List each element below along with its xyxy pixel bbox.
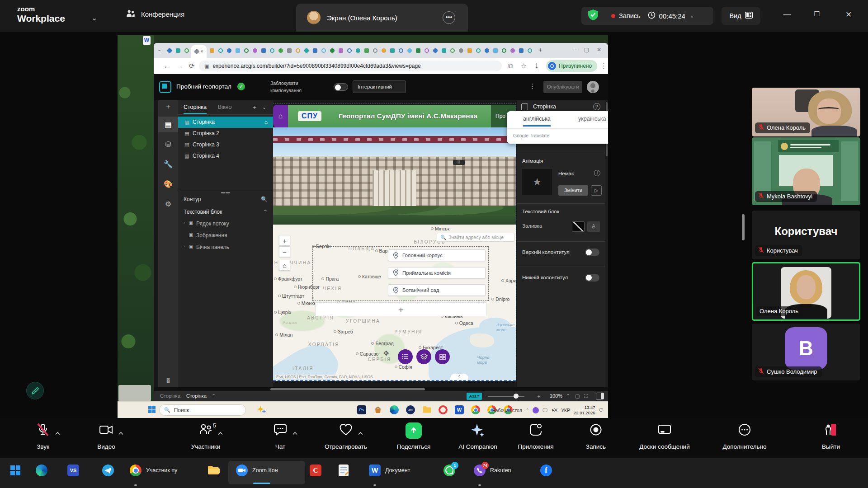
browser-tab[interactable] (388, 46, 396, 55)
taskbar-app-edge[interactable] (36, 465, 47, 476)
browser-tab[interactable] (337, 46, 345, 55)
location-card[interactable]: Ботанічний сад (388, 284, 486, 296)
tools-panel-icon[interactable]: 🔧 (158, 160, 178, 169)
browser-tab[interactable] (414, 46, 422, 55)
browser-tab[interactable] (354, 46, 362, 55)
expand-panel-tab[interactable]: ⌃ (450, 374, 468, 381)
browser-tab[interactable] (234, 46, 242, 55)
browser-tab[interactable] (242, 46, 250, 55)
add-page-icon[interactable]: ＋ (251, 103, 258, 112)
sidebar-scrollbar[interactable] (742, 214, 745, 240)
taskbar-app-notes[interactable] (339, 465, 349, 476)
browser-tab[interactable] (251, 46, 259, 55)
chevron-up-icon[interactable] (118, 429, 124, 437)
toolbar-leave-button[interactable]: Выйти (802, 421, 860, 457)
page-tree-item[interactable]: ▤Сторінка 4 (178, 150, 273, 162)
zoom-out-icon[interactable]: − (485, 393, 487, 399)
info-icon[interactable]: i (594, 170, 600, 176)
forward-icon[interactable]: → (176, 62, 183, 70)
browser-tab[interactable] (466, 46, 474, 55)
home-button[interactable]: ⌂ (273, 105, 288, 127)
browser-tab-active[interactable]: ✕ (191, 45, 207, 58)
new-tab-icon[interactable]: ＋ (537, 46, 543, 54)
toolbar-heart-button[interactable]: Отреагировать (316, 421, 375, 457)
location-card[interactable]: Приймальна комісія (388, 267, 486, 279)
panel-splitter[interactable]: ▬▬ (178, 190, 273, 194)
page-tree-item[interactable]: ▤Сторінка 3 (178, 139, 273, 150)
shared-taskbar-app-ps[interactable]: Ps (357, 405, 366, 414)
browser-tab[interactable] (457, 46, 465, 55)
back-icon[interactable]: ← (164, 62, 170, 70)
browser-tab[interactable] (517, 46, 525, 55)
layers-button[interactable] (416, 349, 431, 364)
toggle-panel-icon[interactable] (596, 393, 604, 399)
help-icon[interactable]: ? (593, 103, 600, 110)
canvas-horizontal-scrollbar[interactable] (154, 387, 608, 391)
browser-tab[interactable] (406, 46, 414, 55)
browser-tab[interactable] (371, 46, 379, 55)
browser-tab[interactable] (440, 46, 448, 55)
lock-layout-toggle[interactable] (334, 83, 348, 91)
toolbar-video-button[interactable]: Видео (77, 421, 136, 457)
zoom-out-button[interactable]: − (279, 246, 290, 257)
header-menu-icon[interactable]: ⋮ (529, 82, 536, 90)
taskbar-app-viber[interactable]: Rakuten (474, 465, 511, 476)
mode-select[interactable]: Інтерактивний (353, 80, 406, 93)
shared-taskbar-app-word[interactable]: W (455, 405, 464, 414)
publish-button[interactable]: Опублікувати (543, 81, 582, 93)
insert-widget-icon[interactable]: ＋ (158, 102, 178, 112)
fullscreen-icon[interactable]: ⛶ (584, 393, 588, 399)
browser-tab[interactable] (397, 46, 405, 55)
window-maximize-icon[interactable]: ▢ (584, 47, 589, 53)
taskbar-app-start[interactable] (9, 465, 21, 476)
browser-tab[interactable] (380, 46, 388, 55)
help-icon[interactable]: 🯄 (158, 377, 178, 384)
window-minimize-icon[interactable]: — (572, 47, 577, 53)
legend-button[interactable] (398, 349, 413, 364)
browser-tab[interactable] (225, 46, 233, 55)
shared-taskbar-app-zm[interactable]: zm (406, 405, 415, 414)
toolbar-mic-muted-button[interactable]: Звук (14, 421, 72, 457)
browser-tab[interactable] (174, 46, 182, 55)
taskbar-app-zoom[interactable]: Zoom Кон (236, 465, 278, 476)
play-animation-button[interactable]: ▷ (591, 185, 602, 196)
zoom-slider[interactable] (488, 396, 524, 397)
page-panel-icon[interactable]: ▤ (158, 117, 178, 132)
browser-tab[interactable] (277, 46, 285, 55)
toolbar-apps-button[interactable]: Приложения (506, 421, 565, 457)
location-card[interactable]: Головний корпус (388, 249, 486, 261)
copilot-sparkle-icon[interactable] (257, 405, 267, 417)
site-info-icon[interactable]: ▣ (204, 63, 209, 69)
chevron-up-icon[interactable] (358, 429, 363, 437)
security-shield-icon[interactable] (581, 9, 599, 23)
zoom-slider-knob[interactable] (514, 394, 519, 399)
text-color-swatch[interactable]: A (587, 221, 600, 232)
browser-tab[interactable] (483, 46, 491, 55)
browser-tab[interactable] (328, 46, 336, 55)
taskbar-app-appc[interactable]: C (310, 465, 321, 476)
toolbar-whiteboard-button[interactable]: Доски сообщений (635, 421, 694, 457)
page-chevron-icon[interactable]: ⌃ (212, 393, 216, 399)
toolbar-ai-button[interactable]: AI Companion (448, 421, 507, 457)
desktop-peek-label[interactable]: Рабочий стол (492, 408, 522, 413)
browser-tab[interactable] (474, 46, 482, 55)
theme-panel-icon[interactable]: 🎨 (158, 180, 178, 188)
close-button[interactable]: ✕ (842, 10, 855, 19)
shared-taskbar-app-chrome[interactable] (471, 405, 480, 414)
panel-scrollbar[interactable] (605, 100, 608, 391)
project-title[interactable]: Пробний геопортал (176, 83, 231, 90)
browser-tab[interactable] (423, 46, 431, 55)
tray-chevron-icon[interactable]: ⌃ (526, 408, 529, 413)
notifications-icon[interactable]: 🗩 (599, 408, 604, 413)
participant-tile[interactable]: КористувачКористувач (752, 211, 860, 259)
browser-menu-icon[interactable]: ⋮ (600, 62, 607, 70)
language-indicator[interactable]: УКР (561, 408, 570, 413)
tab-shared-screen[interactable]: Экран (Олена Король) ••• (296, 4, 468, 32)
maximize-button[interactable]: ☐ (810, 10, 824, 18)
translate-tab-english[interactable]: англійська (523, 116, 551, 127)
browser-tab[interactable] (311, 46, 319, 55)
fit-page-icon[interactable]: ⌃ (566, 393, 570, 399)
taskbar-app-word[interactable]: WДокумент (369, 465, 410, 476)
settings-panel-icon[interactable]: ⚙ (158, 200, 178, 208)
tab-close-icon[interactable]: ✕ (200, 49, 204, 54)
